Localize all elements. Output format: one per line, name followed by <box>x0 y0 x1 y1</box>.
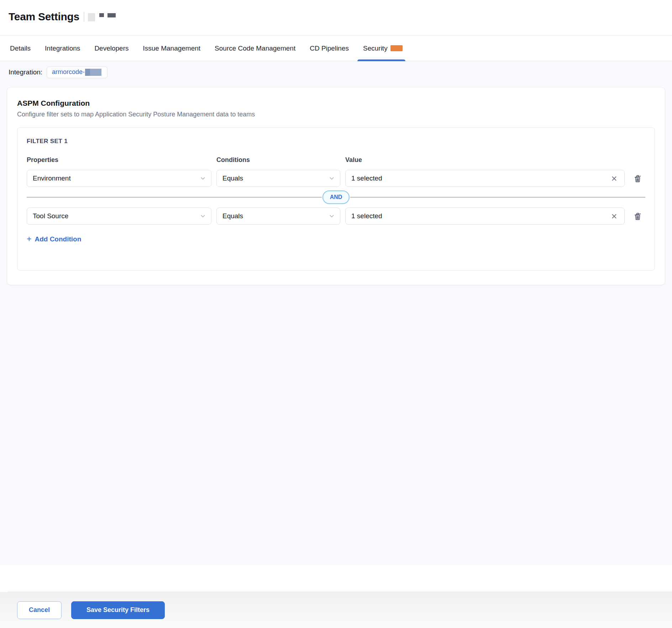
plus-icon: + <box>27 235 31 243</box>
tab-source-code-management[interactable]: Source Code Management <box>215 36 295 61</box>
redacted-team-logo <box>88 13 95 21</box>
tab-label: Details <box>10 45 31 52</box>
add-condition-button[interactable]: + Add Condition <box>27 235 81 243</box>
chevron-down-icon <box>200 213 206 219</box>
condition-select-value: Equals <box>222 212 243 220</box>
trash-icon <box>633 174 642 183</box>
tab-issue-management[interactable]: Issue Management <box>143 36 200 61</box>
title-divider <box>84 12 84 22</box>
active-tab-underline <box>357 59 405 61</box>
tab-label: Issue Management <box>143 45 200 52</box>
tab-label: Source Code Management <box>215 45 295 52</box>
property-select[interactable]: Tool Source <box>27 208 211 225</box>
page-header: Team Settings <box>0 0 672 36</box>
delete-condition-button[interactable] <box>631 210 644 223</box>
page-title: Team Settings <box>9 11 79 23</box>
integration-pill[interactable]: armorcode- <box>47 66 107 78</box>
and-operator-pill[interactable]: AND <box>322 190 350 204</box>
redacted-integration-suffix <box>85 69 101 76</box>
condition-select[interactable]: Equals <box>216 208 340 225</box>
divider-line <box>350 197 645 198</box>
cancel-button[interactable]: Cancel <box>17 601 62 619</box>
tab-developers[interactable]: Developers <box>94 36 128 61</box>
value-multiselect[interactable]: 1 selected <box>345 208 625 225</box>
tab-label: CD Pipelines <box>310 45 349 52</box>
column-header-value: Value <box>345 156 625 164</box>
close-icon <box>611 213 617 219</box>
content-bottom-spacer <box>0 565 672 592</box>
value-selected-count: 1 selected <box>351 174 382 182</box>
footer-separator <box>8 592 672 592</box>
tab-integrations[interactable]: Integrations <box>45 36 80 61</box>
condition-row-2: Tool Source Equals 1 selected <box>27 208 645 225</box>
property-select-value: Tool Source <box>33 212 68 220</box>
filter-column-headers: Properties Conditions Value <box>27 156 645 164</box>
filter-set-1: FILTER SET 1 Properties Conditions Value… <box>17 127 655 271</box>
clear-selection-button[interactable] <box>610 174 619 183</box>
tab-label: Security <box>363 45 388 52</box>
chevron-down-icon <box>329 213 335 219</box>
tab-details[interactable]: Details <box>10 36 31 61</box>
column-header-conditions: Conditions <box>216 156 340 164</box>
save-security-filters-button[interactable]: Save Security Filters <box>71 601 165 619</box>
integration-row: Integration: armorcode- <box>7 66 665 78</box>
settings-tabs: Details Integrations Developers Issue Ma… <box>0 36 672 61</box>
chevron-down-icon <box>200 175 206 182</box>
delete-condition-button[interactable] <box>631 172 644 185</box>
aspm-title: ASPM Configuration <box>17 99 655 108</box>
property-select[interactable]: Environment <box>27 170 211 187</box>
footer-action-bar: Cancel Save Security Filters <box>0 592 672 628</box>
aspm-subtitle: Configure filter sets to map Application… <box>17 111 655 118</box>
condition-select[interactable]: Equals <box>216 170 340 187</box>
filter-set-title: FILTER SET 1 <box>27 138 645 145</box>
tab-label: Integrations <box>45 45 80 52</box>
column-header-properties: Properties <box>27 156 211 164</box>
value-multiselect[interactable]: 1 selected <box>345 170 625 187</box>
close-icon <box>611 176 617 182</box>
add-condition-label: Add Condition <box>35 235 81 243</box>
and-divider: AND <box>27 190 645 204</box>
condition-row-1: Environment Equals 1 selected <box>27 170 645 187</box>
integration-label: Integration: <box>9 68 42 76</box>
redacted-team-name-1 <box>99 13 104 17</box>
divider-line <box>27 197 322 198</box>
tab-security[interactable]: Security <box>363 36 403 61</box>
aspm-configuration-card: ASPM Configuration Configure filter sets… <box>7 88 665 285</box>
tab-cd-pipelines[interactable]: CD Pipelines <box>310 36 349 61</box>
value-selected-count: 1 selected <box>351 212 382 220</box>
security-tab-content: Integration: armorcode- ASPM Configurati… <box>0 61 672 565</box>
trash-icon <box>633 211 642 221</box>
condition-select-value: Equals <box>222 174 243 182</box>
security-count-badge-redacted <box>390 45 403 51</box>
tab-label: Developers <box>94 45 128 52</box>
redacted-team-name-2 <box>107 13 116 17</box>
property-select-value: Environment <box>33 174 71 182</box>
chevron-down-icon <box>329 175 335 182</box>
integration-value: armorcode- <box>52 68 85 76</box>
clear-selection-button[interactable] <box>610 212 619 221</box>
